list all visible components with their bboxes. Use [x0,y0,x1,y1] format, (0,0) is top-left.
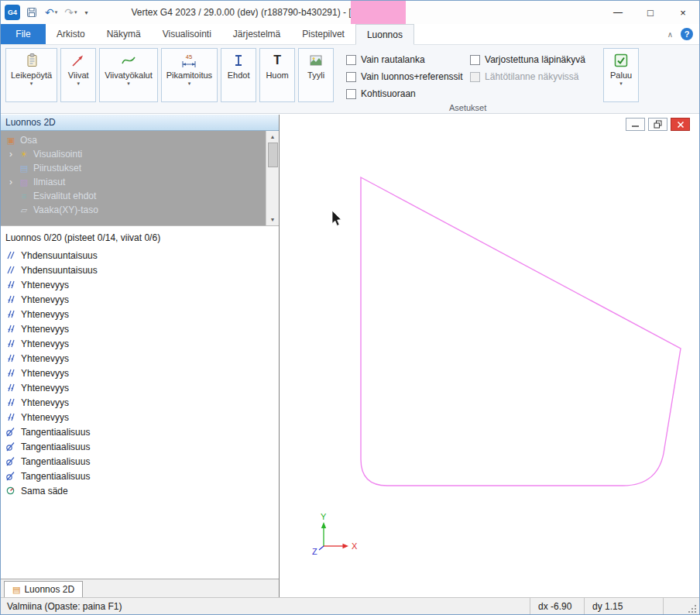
constraint-label: Tangentiaalisuus [21,471,90,482]
chevron-down-icon: ▾ [74,9,77,15]
panel-tab-bar: ▤ Luonnos 2D [1,579,279,597]
tab-jarjestelma[interactable]: Järjestelmä [222,24,291,44]
tree-scrollbar[interactable]: ▲ ▼ [266,131,279,225]
tangent-icon [5,471,16,481]
button-label: Pikamitoitus [166,70,212,80]
sketch-panel: Luonnos 2D ▣ Osa › ☀ Visuali [1,115,280,597]
constraint-row[interactable]: Yhtenevyys [1,292,279,307]
clipboard-button[interactable]: Leikepöytä ▾ [5,48,57,102]
checkbox-vain-luonnos-referenssit[interactable]: Vain luonnos+referenssit [346,71,463,82]
constraints-button[interactable]: Ehdot [221,48,256,102]
drawings-icon: ▤ [19,163,29,174]
tree-item[interactable]: › ▨ Ilmiasut [1,175,266,189]
constraint-row[interactable]: Yhtenevyys [1,321,279,336]
coincident-icon [5,368,16,378]
checkbox-varjostettuna-lapinakyva[interactable]: Varjostettuna läpinäkyvä [470,54,585,65]
constraint-row[interactable]: Tangentiaalisuus [1,469,279,483]
checkbox-vain-rautalanka[interactable]: Vain rautalanka [346,54,425,65]
constraint-row[interactable]: Yhtenevyys [1,366,279,380]
style-button[interactable]: Tyyli [298,48,334,102]
constraint-row[interactable]: Yhtenevyys [1,351,279,366]
tab-luonnos[interactable]: Luonnos [355,24,414,45]
coincident-icon [5,294,16,304]
constraint-row[interactable]: Yhdensuuntaisuus [1,263,279,277]
main-area: Luonnos 2D ▣ Osa › ☀ Visuali [1,115,699,597]
drawing-area[interactable]: Y X Z [280,115,700,597]
coincident-icon [5,309,16,319]
constraint-row[interactable]: Tangentiaalisuus [1,439,279,454]
tree-item-label: Osa [20,135,37,146]
lines-button[interactable]: Viivat ▾ [60,48,96,102]
return-button[interactable]: Paluu ▾ [603,48,639,102]
tab-file[interactable]: File [1,24,46,44]
undo-button[interactable]: ↶ ▾ [43,6,59,19]
equal-radius-icon [5,486,16,496]
expander-icon[interactable]: › [7,149,15,160]
tab-nakyma[interactable]: Näkymä [96,24,152,44]
confirm-check-icon [613,52,629,69]
redo-button[interactable]: ↷ ▾ [63,6,78,19]
constraint-row[interactable]: Yhtenevyys [1,336,279,351]
collapse-ribbon-icon[interactable]: ∧ [667,30,673,39]
maximize-button[interactable]: □ [634,1,667,24]
tab-luonnos-2d[interactable]: ▤ Luonnos 2D [4,581,83,597]
constraint-row[interactable]: Yhtenevyys [1,277,279,292]
tangent-icon [5,427,16,437]
expander-icon[interactable]: › [7,177,15,187]
chevron-down-icon: ▾ [127,81,130,87]
sketch-viewport[interactable]: Y X Z [280,115,700,599]
window-controls: — □ × [602,1,699,24]
minimize-button[interactable]: — [602,1,634,24]
constraint-label: Yhtenevyys [21,353,69,364]
svg-text:45: 45 [186,53,192,60]
quick-dimension-button[interactable]: 45 Pikamitoitus ▾ [161,48,218,102]
tree-item[interactable]: ≡ Esivalitut ehdot [1,189,266,203]
mdi-close-button[interactable] [671,118,690,131]
mdi-close-icon [677,121,685,129]
constraint-row[interactable]: Yhtenevyys [1,410,279,424]
clipboard-icon [24,52,39,69]
constraint-row[interactable]: Yhdensuuntaisuus [1,248,279,263]
tab-arkisto[interactable]: Arkisto [46,24,96,44]
tab-visualisointi[interactable]: Visualisointi [152,24,222,44]
constraint-row[interactable]: Yhtenevyys [1,395,279,410]
resize-grip[interactable] [688,604,697,613]
constraint-row[interactable]: Yhtenevyys [1,307,279,321]
help-icon[interactable]: ? [681,28,693,40]
close-button[interactable]: × [667,1,699,24]
status-bar: Valmiina (Opaste: paina F1) dx -6.90 dy … [1,597,699,614]
constraint-label: Yhtenevyys [21,412,69,423]
constraint-row[interactable]: Sama säde [1,483,279,498]
mdi-restore-button[interactable] [648,118,667,131]
tab-pistepilvet[interactable]: Pistepilvet [291,24,355,44]
constraint-row[interactable]: Tangentiaalisuus [1,424,279,439]
button-label: Huom [266,70,288,80]
line-tools-button[interactable]: Viivatyökalut ▾ [99,48,158,102]
svg-text:Y: Y [321,512,327,521]
tree-item[interactable]: ▤ Piirustukset [1,161,266,175]
checkbox-box [470,72,480,82]
model-tree: ▣ Osa › ☀ Visualisointi ▤ P [1,131,279,226]
quick-access-overflow-button[interactable]: ▾ [83,9,91,16]
tree-item[interactable]: › ☀ Visualisointi [1,147,266,161]
tree-item[interactable]: ▱ Vaaka(XY)-taso [1,203,266,217]
save-button[interactable] [24,5,39,19]
constraint-label: Yhtenevyys [21,294,69,305]
constraint-row[interactable]: Tangentiaalisuus [1,454,279,469]
scrollbar-thumb[interactable] [268,143,278,167]
undo-icon: ↶ [45,7,54,18]
sketch-profile[interactable] [361,177,681,486]
mdi-minimize-button[interactable] [626,118,645,131]
scroll-up-icon[interactable]: ▲ [270,131,276,143]
coincident-icon [5,280,16,290]
note-button[interactable]: T Huom [259,48,295,102]
constraint-row[interactable]: Yhtenevyys [1,380,279,395]
tree-item[interactable]: ▣ Osa [1,133,266,147]
preselected-constraints-icon: ≡ [19,191,29,201]
part-icon: ▣ [5,136,16,146]
ribbon: Leikepöytä ▾ Viivat ▾ Viivatyökalut ▾ [1,45,699,114]
scroll-down-icon[interactable]: ▼ [270,214,276,225]
checkbox-kohtisuoraan[interactable]: Kohtisuoraan [346,88,416,99]
coincident-icon [5,412,16,422]
horizontal-plane-icon: ▱ [19,205,29,215]
